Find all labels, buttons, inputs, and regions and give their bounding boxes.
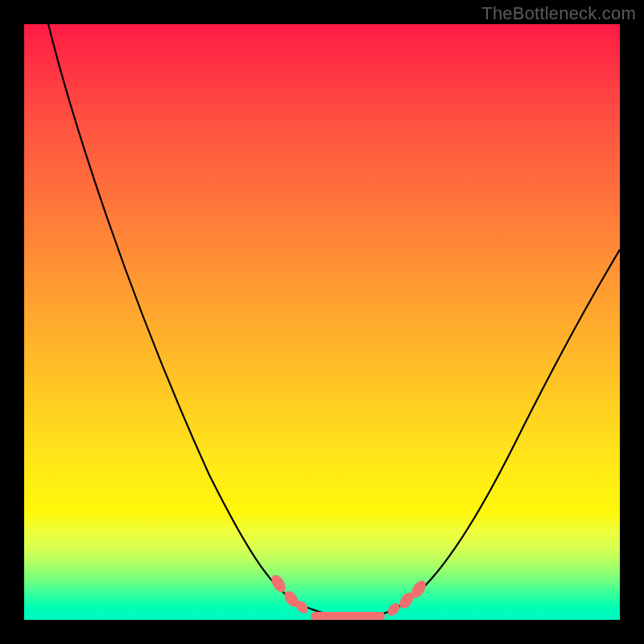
marker-left-1 bbox=[269, 572, 289, 595]
marker-right-1 bbox=[386, 601, 402, 618]
attribution-text: TheBottleneck.com bbox=[481, 3, 636, 24]
plot-area bbox=[24, 24, 620, 620]
trough-bar bbox=[311, 612, 385, 620]
bottleneck-curve bbox=[48, 24, 620, 617]
chart-frame: TheBottleneck.com bbox=[0, 0, 644, 644]
chart-svg bbox=[24, 24, 620, 620]
